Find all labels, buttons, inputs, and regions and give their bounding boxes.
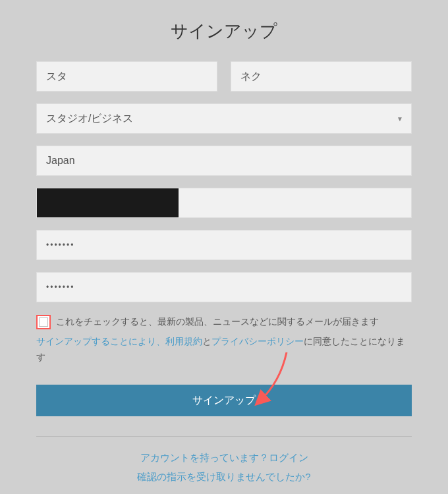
signup-form: サインアップ スタジオ/ビジネス ▼ ••••••• ••••••• [0,0,448,494]
first-name-input[interactable] [36,61,217,92]
country-input[interactable] [36,146,412,176]
agreement-text: サインアップすることにより、利用規約とプライバシーポリシーに同意したことになりま… [36,334,412,366]
last-name-field [231,61,412,92]
have-account-text: アカウントを持っています？ [140,452,269,463]
country-field [36,146,412,176]
newsletter-checkbox[interactable] [39,317,48,327]
email-input[interactable] [36,188,412,218]
newsletter-label: これをチェックすると、最新の製品、ニュースなどに関するメールが届きます [56,314,379,330]
first-name-field [36,61,217,92]
agree-prefix: サインアップすることにより、 [36,336,165,346]
footer: アカウントを持っています？ログイン 確認の指示を受け取りませんでしたか? [36,436,412,486]
terms-block: これをチェックすると、最新の製品、ニュースなどに関するメールが届きます サインア… [36,314,412,365]
chevron-down-icon: ▼ [397,115,403,123]
resend-confirmation-link[interactable]: 確認の指示を受け取りませんでしたか? [137,471,310,482]
newsletter-row: これをチェックすると、最新の製品、ニュースなどに関するメールが届きます [36,314,412,330]
business-field: スタジオ/ビジネス ▼ [36,103,412,134]
password-confirm-input[interactable]: ••••••• [36,272,412,302]
agree-and: と [202,336,211,346]
signup-button[interactable]: サインアップ [36,385,412,416]
tos-link[interactable]: 利用規約 [165,336,202,346]
newsletter-checkbox-highlight [36,315,51,329]
last-name-input[interactable] [231,61,412,92]
redacted-bar [37,188,179,217]
business-select-label: スタジオ/ビジネス [46,112,133,126]
name-row [36,61,412,92]
password-field: ••••••• [36,230,412,260]
password-confirm-field: ••••••• [36,272,412,302]
business-select[interactable]: スタジオ/ビジネス ▼ [36,103,412,134]
password-input[interactable]: ••••••• [36,230,412,260]
page-title: サインアップ [36,20,412,43]
privacy-link[interactable]: プライバシーポリシー [211,336,304,346]
email-field [36,188,412,218]
login-link[interactable]: ログイン [269,452,308,463]
